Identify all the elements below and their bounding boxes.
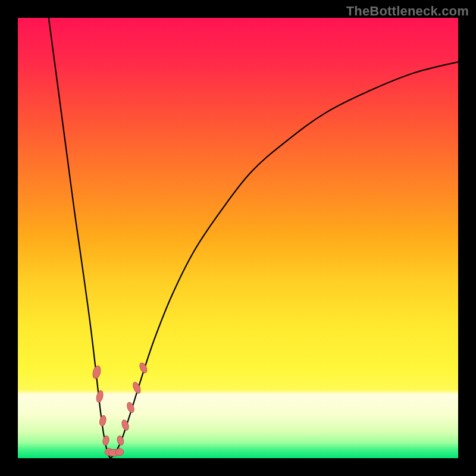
- valley-marker-6: [115, 449, 124, 456]
- gradient-plot: [18, 18, 458, 458]
- gradient-background: [18, 18, 458, 458]
- watermark: TheBottleneck.com: [346, 4, 469, 19]
- chart-frame: TheBottleneck.com: [0, 0, 476, 476]
- chart-svg: [18, 18, 458, 458]
